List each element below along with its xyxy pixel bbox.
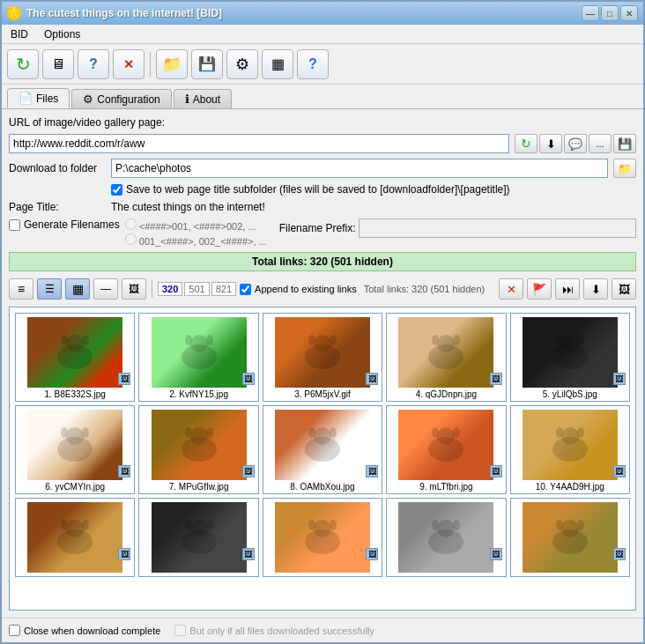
but-only-label: But only if all files downloaded success…: [189, 625, 374, 636]
stop-button[interactable]: ✕: [113, 49, 145, 79]
menu-item-bid[interactable]: BID: [7, 27, 32, 41]
image-corner-icon: 🖼: [366, 548, 378, 560]
folder-label: Download to folder: [9, 162, 106, 174]
svg-point-45: [190, 520, 208, 537]
radio2-input[interactable]: [125, 233, 137, 245]
svg-point-33: [437, 427, 455, 445]
close-button[interactable]: ✕: [620, 5, 638, 21]
about-button[interactable]: ?: [297, 49, 329, 79]
minimize-button[interactable]: —: [582, 5, 599, 21]
close-checkbox[interactable]: [9, 625, 20, 636]
image-cell[interactable]: 🖼9. mLTfbri.jpg: [386, 405, 506, 494]
skip-button[interactable]: ⏭: [555, 278, 580, 300]
svg-point-38: [556, 427, 563, 438]
maximize-button[interactable]: □: [601, 5, 619, 21]
image-label: 2. KvfNY15.jpg: [169, 389, 228, 399]
tb2-sep1: [152, 280, 152, 298]
images-grid-wrapper[interactable]: 🖼1. B8E332S.jpg 🖼2. KvfNY15.jpg 🖼3. P6M5…: [9, 307, 636, 611]
image-label: 10. Y4AAD9H.jpg: [536, 482, 604, 492]
tab-configuration[interactable]: ⚙ Configuration: [71, 89, 171, 108]
image-cell[interactable]: 🖼3. P6M5jxV.gif: [263, 313, 382, 402]
download-button[interactable]: 🖥: [42, 49, 74, 79]
tab-files-label: Files: [36, 93, 58, 105]
image-cell[interactable]: 🖼: [263, 498, 382, 577]
align-all-button[interactable]: ≡: [9, 278, 33, 300]
image-cell[interactable]: 🖼: [510, 498, 630, 577]
image-thumbnail: [398, 502, 493, 573]
image-cell[interactable]: 🖼10. Y4AAD9H.jpg: [510, 405, 630, 494]
url-download-button[interactable]: ⬇: [539, 134, 562, 153]
image-label: 9. mLTfbri.jpg: [419, 482, 472, 492]
flag-button[interactable]: 🚩: [527, 278, 552, 300]
but-only-checkbox[interactable]: [174, 625, 186, 636]
url-save2-button[interactable]: 💾: [613, 134, 636, 153]
tab-files[interactable]: 📄 Files: [7, 88, 70, 108]
view-toggle-button[interactable]: —: [93, 278, 118, 300]
image-thumbnail: [152, 502, 247, 573]
grid-button[interactable]: ▦: [262, 49, 293, 79]
folder-button[interactable]: 📁: [156, 49, 188, 79]
delete-button[interactable]: ✕: [499, 278, 523, 300]
total-links-text2: Total links: 320 (501 hidden): [364, 284, 486, 294]
settings2-button[interactable]: 🖼: [612, 278, 636, 300]
generate-filenames-checkbox[interactable]: [9, 219, 20, 231]
count-821: 821: [211, 282, 236, 296]
generate-filenames-label: Generate Filenames: [24, 218, 120, 231]
svg-point-58: [556, 520, 563, 530]
image-cell[interactable]: 🖼: [138, 498, 258, 577]
svg-point-53: [437, 520, 455, 537]
image-corner-icon: 🖼: [490, 465, 502, 477]
help-button[interactable]: ?: [78, 49, 109, 79]
svg-point-13: [437, 335, 455, 352]
svg-point-19: [577, 335, 584, 345]
folder-input[interactable]: [111, 159, 608, 178]
refresh-button[interactable]: ↻: [7, 49, 39, 79]
radio2-label[interactable]: 001_<####>, 002_<####>, ...: [125, 233, 267, 247]
folder-browse-button[interactable]: 📁: [613, 159, 636, 178]
page-title-label: Page Title:: [9, 201, 106, 213]
grid-view-button[interactable]: ▦: [65, 278, 90, 300]
images-grid: 🖼1. B8E332S.jpg 🖼2. KvfNY15.jpg 🖼3. P6M5…: [10, 307, 635, 582]
url-input[interactable]: [9, 134, 509, 153]
image-cell[interactable]: 🖼5. yLilQbS.jpg: [510, 313, 630, 402]
menu-item-options[interactable]: Options: [41, 27, 84, 41]
append-checkbox[interactable]: [240, 284, 251, 295]
image-cell[interactable]: 🖼: [386, 498, 506, 577]
list-view-button[interactable]: ☰: [37, 278, 62, 300]
image-cell[interactable]: 🖼4. qGJDnpn.jpg: [386, 313, 506, 402]
url-more-button[interactable]: ...: [589, 134, 612, 153]
tab-about[interactable]: ℹ About: [174, 89, 232, 108]
main-window: ⭐ The cutest things on the internet! [BI…: [0, 0, 645, 644]
image-corner-icon: 🖼: [490, 548, 502, 560]
image-label: 5. yLilQbS.jpg: [543, 389, 597, 399]
image-corner-icon: 🖼: [118, 373, 130, 385]
subfolder-checkbox[interactable]: [111, 184, 122, 196]
svg-point-5: [190, 335, 208, 352]
svg-point-3: [82, 335, 89, 345]
download2-button[interactable]: ⬇: [583, 278, 608, 300]
url-row: URL of image/video gallery page:: [9, 116, 636, 129]
image-cell[interactable]: 🖼8. OAMbXou.jpg: [263, 405, 382, 494]
image-cell[interactable]: 🖼2. KvfNY15.jpg: [138, 313, 258, 402]
footer-bar: Close when download complete But only if…: [2, 618, 643, 642]
image-cell[interactable]: 🖼: [15, 498, 135, 577]
save-button[interactable]: 💾: [191, 49, 223, 79]
svg-point-37: [561, 427, 579, 445]
image-view-button[interactable]: 🖼: [122, 278, 146, 300]
radio1-input[interactable]: [125, 218, 137, 230]
image-cell[interactable]: 🖼6. yvCMYIn.jpg: [15, 405, 135, 494]
image-cell[interactable]: 🖼1. B8E332S.jpg: [15, 313, 135, 402]
image-corner-icon: 🖼: [366, 373, 378, 385]
prefix-input[interactable]: [359, 218, 636, 238]
image-thumbnail: [152, 317, 247, 388]
svg-point-23: [82, 427, 89, 438]
url-label: URL of image/video gallery page:: [9, 116, 165, 129]
url-folder2-button[interactable]: 💬: [564, 134, 587, 153]
image-label: 3. P6M5jxV.gif: [294, 389, 351, 399]
image-cell[interactable]: 🖼7. MPuGfIw.jpg: [138, 405, 258, 494]
settings-button[interactable]: ⚙: [226, 49, 258, 79]
url-refresh-button[interactable]: ↻: [515, 134, 538, 153]
title-bar-left: ⭐ The cutest things on the internet! [BI…: [7, 6, 222, 20]
image-thumbnail: [275, 502, 370, 573]
radio1-label[interactable]: <####>001, <####>002, ...: [125, 218, 267, 232]
